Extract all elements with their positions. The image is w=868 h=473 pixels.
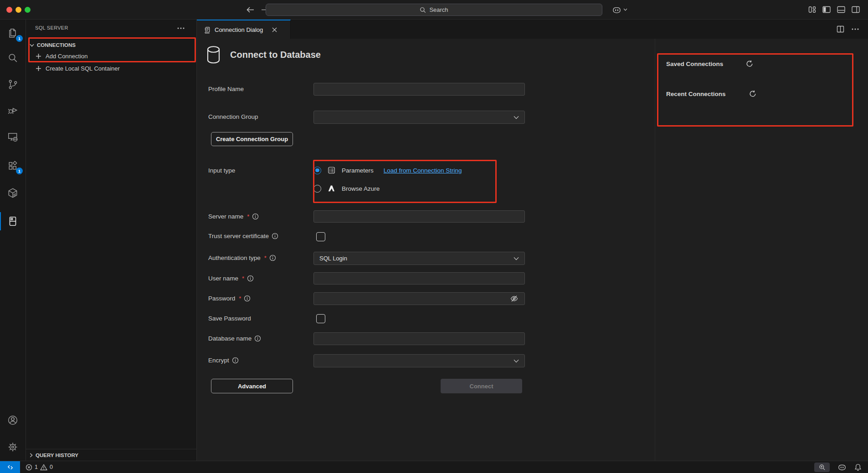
server-name-input[interactable] bbox=[313, 210, 525, 223]
dialog-title: Connect to Database bbox=[230, 50, 321, 60]
split-editor-button[interactable] bbox=[837, 25, 844, 33]
tab-close-button[interactable] bbox=[270, 25, 278, 34]
recent-connections-label: Recent Connections bbox=[666, 91, 726, 97]
customize-layout-button[interactable] bbox=[808, 5, 816, 13]
sidebar-section-query-history[interactable]: QUERY HISTORY bbox=[26, 449, 197, 461]
window-close-button[interactable] bbox=[6, 7, 12, 13]
chevron-down-icon bbox=[623, 8, 627, 11]
warning-icon bbox=[40, 464, 47, 471]
trust-server-certificate-checkbox[interactable] bbox=[316, 232, 325, 241]
advanced-button[interactable]: Advanced bbox=[211, 379, 293, 393]
connections-section-label: CONNECTIONS bbox=[37, 42, 76, 48]
profile-name-input[interactable] bbox=[313, 83, 525, 96]
input-type-option-browse-azure: Browse Azure bbox=[313, 183, 380, 194]
sidebar-item-add-connection[interactable]: Add Connection bbox=[26, 51, 197, 61]
customize-layout-icon bbox=[808, 6, 816, 13]
vscode-window: Search bbox=[0, 0, 868, 473]
toggle-primary-sidebar-button[interactable] bbox=[822, 5, 831, 13]
activity-containers[interactable] bbox=[0, 182, 26, 204]
toggle-password-visibility-button[interactable] bbox=[508, 293, 519, 304]
user-name-label: User name * bbox=[208, 275, 254, 282]
parameters-icon bbox=[327, 166, 336, 174]
notifications-button[interactable] bbox=[854, 463, 862, 471]
add-connection-label: Add Connection bbox=[46, 53, 88, 60]
create-connection-group-button[interactable]: Create Connection Group bbox=[211, 132, 293, 146]
plus-icon bbox=[36, 53, 41, 59]
database-name-input[interactable] bbox=[313, 332, 525, 345]
editor-more-actions-button[interactable] bbox=[852, 28, 859, 30]
sidebar-item-create-local-sql-container[interactable]: Create Local SQL Container bbox=[26, 63, 197, 74]
encrypt-label: Encrypt bbox=[208, 357, 239, 364]
remote-indicator[interactable] bbox=[0, 461, 20, 473]
activity-search[interactable] bbox=[0, 47, 26, 69]
profile-name-label: Profile Name bbox=[208, 86, 244, 92]
command-center-search[interactable]: Search bbox=[266, 4, 602, 16]
problems-status[interactable]: 1 0 bbox=[26, 461, 53, 473]
sidebar-more-actions-button[interactable] bbox=[177, 24, 185, 32]
load-from-connection-string-link[interactable]: Load from Connection String bbox=[384, 167, 462, 174]
encrypt-select[interactable] bbox=[313, 354, 525, 367]
copilot-menu-button[interactable] bbox=[612, 4, 627, 15]
save-password-label: Save Password bbox=[208, 315, 251, 322]
layout-controls bbox=[808, 5, 860, 13]
info-icon[interactable] bbox=[269, 254, 276, 261]
activity-explorer[interactable]: 1 bbox=[0, 22, 26, 44]
parameters-label: Parameters bbox=[342, 167, 374, 174]
zoom-in-icon bbox=[819, 464, 826, 471]
activity-remote-explorer[interactable] bbox=[0, 126, 26, 147]
activity-sql-server[interactable] bbox=[0, 210, 26, 232]
required-marker: * bbox=[247, 213, 249, 220]
authentication-type-select[interactable]: SQL Login bbox=[313, 252, 525, 265]
refresh-recent-connections-button[interactable] bbox=[748, 89, 757, 98]
window-zoom-button[interactable] bbox=[25, 7, 31, 13]
copilot-status-button[interactable] bbox=[837, 463, 847, 471]
bell-icon bbox=[854, 463, 862, 471]
activity-accounts[interactable] bbox=[0, 409, 26, 431]
info-icon[interactable] bbox=[252, 213, 259, 220]
browse-azure-radio[interactable] bbox=[313, 185, 321, 193]
activity-extensions[interactable]: 1 bbox=[0, 155, 26, 177]
warning-count: 0 bbox=[50, 464, 53, 470]
primary-sidebar: SQL SERVER CONNECTIONS Add Connection Cr… bbox=[26, 20, 197, 461]
sidebar-section-connections[interactable]: CONNECTIONS bbox=[26, 40, 197, 51]
toggle-panel-button[interactable] bbox=[837, 5, 845, 13]
activity-source-control[interactable] bbox=[0, 73, 26, 95]
window-minimize-button[interactable] bbox=[15, 7, 21, 13]
sidebar-right-icon bbox=[852, 6, 860, 13]
status-bar-right bbox=[814, 461, 862, 473]
plus-icon bbox=[36, 66, 41, 71]
connection-dialog-tab-icon bbox=[203, 26, 211, 34]
toggle-secondary-sidebar-button[interactable] bbox=[852, 5, 860, 13]
info-icon[interactable] bbox=[247, 275, 254, 282]
refresh-saved-connections-button[interactable] bbox=[745, 59, 754, 68]
sidebar-left-icon bbox=[822, 6, 831, 13]
parameters-radio[interactable] bbox=[313, 167, 321, 174]
panel-bottom-icon bbox=[837, 6, 845, 13]
extensions-badge: 1 bbox=[16, 168, 23, 174]
required-marker: * bbox=[242, 275, 244, 282]
connection-group-select[interactable] bbox=[313, 111, 525, 124]
editor-tab-bar: Connection Dialog bbox=[197, 20, 868, 39]
zoom-indicator[interactable] bbox=[814, 463, 830, 472]
editor-actions bbox=[837, 20, 859, 39]
run-debug-icon bbox=[7, 104, 19, 116]
copilot-icon bbox=[612, 6, 621, 14]
navigate-back-button[interactable] bbox=[245, 4, 255, 15]
info-icon[interactable] bbox=[272, 233, 278, 239]
info-icon[interactable] bbox=[244, 295, 251, 302]
activity-run-debug[interactable] bbox=[0, 99, 26, 121]
refresh-icon bbox=[749, 90, 756, 97]
sql-server-icon bbox=[7, 215, 19, 227]
info-icon[interactable] bbox=[254, 335, 261, 342]
activity-settings[interactable] bbox=[0, 436, 26, 458]
close-icon bbox=[272, 27, 277, 32]
search-placeholder: Search bbox=[429, 6, 448, 13]
save-password-checkbox[interactable] bbox=[316, 314, 325, 323]
remote-explorer-icon bbox=[7, 131, 19, 142]
user-name-input[interactable] bbox=[313, 272, 525, 285]
connect-button[interactable]: Connect bbox=[441, 379, 522, 393]
split-editor-icon bbox=[837, 25, 844, 33]
password-input[interactable] bbox=[313, 292, 525, 305]
info-icon[interactable] bbox=[232, 357, 239, 364]
tab-connection-dialog[interactable]: Connection Dialog bbox=[197, 20, 291, 39]
